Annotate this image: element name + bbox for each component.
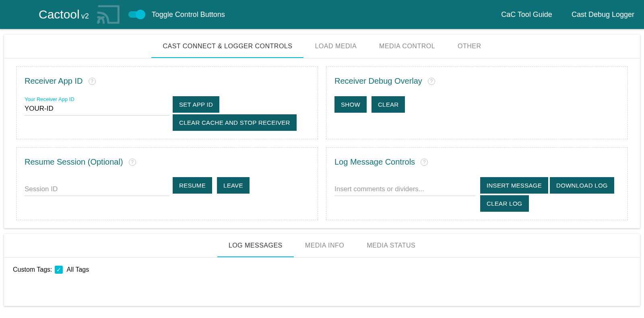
receiver-card-title: Receiver App ID ? [25,76,310,86]
logo-sub: v2 [81,12,89,21]
all-tags-label: All Tags [67,266,89,273]
app-header: Cactool v2 Toggle Control Buttons CaC To… [0,0,644,29]
clear-overlay-button[interactable]: CLEAR [372,96,405,113]
svg-point-0 [98,21,100,23]
resume-button[interactable]: RESUME [173,177,212,194]
help-icon[interactable]: ? [129,159,136,166]
tab-media-info[interactable]: MEDIA INFO [294,234,355,257]
help-icon[interactable]: ? [428,78,435,85]
custom-tags-row: Custom Tags: ✓ All Tags [4,258,640,282]
overlay-card-title: Receiver Debug Overlay ? [334,76,619,86]
help-icon[interactable]: ? [421,159,428,166]
tab-media-control[interactable]: MEDIA CONTROL [368,35,446,58]
clear-log-button[interactable]: CLEAR LOG [480,195,529,212]
tab-other[interactable]: OTHER [446,35,493,58]
logs-panel: LOG MESSAGES MEDIA INFO MEDIA STATUS Cus… [4,234,640,306]
set-app-id-button[interactable]: SET APP ID [173,96,219,113]
log-card-title-text: Log Message Controls [334,157,415,167]
bottom-tabs: LOG MESSAGES MEDIA INFO MEDIA STATUS [4,234,640,258]
receiver-app-id-input[interactable] [25,104,169,116]
toggle-control-buttons[interactable]: Toggle Control Buttons [128,10,225,19]
tab-log-messages[interactable]: LOG MESSAGES [217,234,294,257]
top-tabs: CAST CONNECT & LOGGER CONTROLS LOAD MEDI… [4,35,640,58]
toggle-knob [136,10,145,19]
all-tags-checkbox[interactable]: ✓ [55,266,63,274]
session-card-title-text: Resume Session (Optional) [25,157,123,167]
tab-load-media[interactable]: LOAD MEDIA [303,35,368,58]
toggle-label: Toggle Control Buttons [152,10,225,19]
cast-icon[interactable] [96,5,120,24]
link-cac-tool-guide[interactable]: CaC Tool Guide [501,10,552,19]
help-icon[interactable]: ? [89,78,96,85]
show-overlay-button[interactable]: SHOW [334,96,367,113]
toggle-switch[interactable] [128,11,143,18]
log-message-controls-card: Log Message Controls ? INSERT MESSAGE DO… [326,147,628,220]
log-message-input[interactable] [334,184,475,196]
link-cast-debug-logger[interactable]: Cast Debug Logger [572,10,634,19]
overlay-card-title-text: Receiver Debug Overlay [334,76,422,86]
controls-panel: CAST CONNECT & LOGGER CONTROLS LOAD MEDI… [4,35,640,228]
session-id-input[interactable] [25,184,169,196]
tab-media-status[interactable]: MEDIA STATUS [355,234,427,257]
tab-cast-connect-logger[interactable]: CAST CONNECT & LOGGER CONTROLS [151,35,303,58]
log-card-title: Log Message Controls ? [334,157,619,167]
resume-session-card: Resume Session (Optional) ? RESUME LEAVE [16,147,318,220]
app-logo: Cactool v2 [39,8,89,21]
receiver-debug-overlay-card: Receiver Debug Overlay ? SHOW CLEAR [326,66,628,139]
receiver-card-title-text: Receiver App ID [25,76,83,86]
leave-button[interactable]: LEAVE [217,177,250,194]
download-log-button[interactable]: DOWNLOAD LOG [550,177,614,194]
receiver-input-label: Your Receiver App ID [25,96,169,102]
logo-main: Cactool [39,8,80,21]
receiver-app-id-card: Receiver App ID ? Your Receiver App ID S… [16,66,318,139]
insert-message-button[interactable]: INSERT MESSAGE [480,177,548,194]
custom-tags-label: Custom Tags: [13,266,52,273]
session-card-title: Resume Session (Optional) ? [25,157,310,167]
clear-cache-stop-button[interactable]: CLEAR CACHE AND STOP RECEIVER [173,114,297,131]
